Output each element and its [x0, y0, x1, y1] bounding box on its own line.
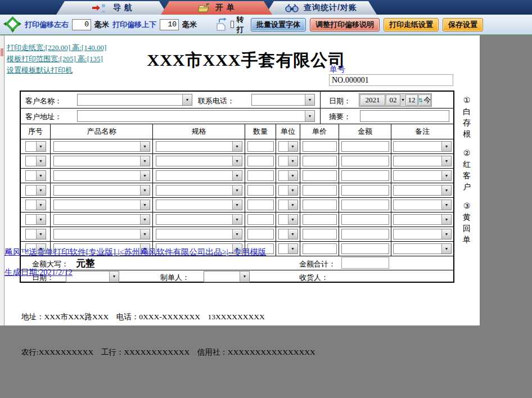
spec-combobox[interactable]	[156, 185, 242, 196]
tab-navigation[interactable]: 导 航	[56, 1, 168, 15]
offset-ud-input[interactable]	[160, 19, 179, 30]
amount-total-input[interactable]	[341, 257, 389, 269]
vendor-banner-link[interactable]: 飚风™送货单打印软件[专业版] |<苏州飚风软件有限公司出品>|--专用模版	[4, 247, 266, 257]
product-combobox[interactable]	[53, 156, 150, 166]
seq-combobox[interactable]	[25, 170, 46, 181]
spec-combobox[interactable]	[156, 200, 242, 210]
template-range-link[interactable]: 模板打印范围宽:[205] 高:[135]	[7, 53, 106, 65]
amount-input[interactable]	[341, 141, 389, 152]
delivery-note-page: 打印走纸宽:[220.00] 高:[140.00] 模板打印范围宽:[205] …	[4, 35, 480, 325]
spec-combobox[interactable]	[156, 170, 242, 181]
spec-combobox[interactable]	[156, 141, 242, 152]
unit-combobox[interactable]	[278, 141, 298, 152]
amount-input[interactable]	[341, 200, 389, 210]
seq-combobox[interactable]	[25, 214, 46, 225]
seq-cell	[21, 227, 51, 241]
generated-date-link[interactable]: 生成日期:2021/2/12	[4, 267, 73, 278]
phone-combobox[interactable]	[251, 94, 315, 106]
remark-combobox[interactable]	[393, 170, 452, 181]
remark-combobox[interactable]	[393, 229, 452, 239]
price-input[interactable]	[303, 185, 337, 196]
date-month-button[interactable]: 02	[386, 94, 400, 106]
date-day-button[interactable]: 12	[405, 94, 418, 106]
tab-create-order[interactable]: 开 单	[161, 1, 272, 15]
unit-combobox[interactable]	[278, 214, 298, 225]
save-settings-button[interactable]: 保存设置	[443, 18, 483, 31]
remark-combobox[interactable]	[393, 214, 452, 225]
spec-combobox[interactable]	[156, 214, 242, 225]
price-input[interactable]	[303, 141, 337, 152]
paper-feed-settings-button[interactable]: 打印走纸设置	[384, 18, 439, 31]
col-header-remark: 备注	[391, 124, 453, 139]
amount-input[interactable]	[341, 229, 389, 239]
price-input[interactable]	[303, 156, 337, 166]
company-title: XXX市XXX手套有限公司	[139, 49, 353, 72]
batch-font-button[interactable]: 批量设置字体	[251, 18, 306, 31]
date-today-button[interactable]: ⇅今	[418, 94, 431, 106]
seq-combobox[interactable]	[25, 156, 46, 166]
price-input[interactable]	[303, 170, 337, 181]
price-input[interactable]	[303, 229, 337, 239]
amount-input[interactable]	[341, 214, 389, 225]
unit-combobox[interactable]	[278, 156, 298, 166]
amount-input[interactable]	[341, 170, 389, 181]
remark-combobox[interactable]	[393, 185, 452, 196]
product-combobox[interactable]	[53, 141, 150, 152]
qty-input[interactable]	[247, 141, 274, 152]
qty-input[interactable]	[247, 170, 274, 181]
product-combobox[interactable]	[53, 214, 150, 225]
qty-input[interactable]	[247, 156, 274, 166]
tab-query-stats[interactable]: 查询统计/对账	[265, 1, 377, 15]
remark-combobox[interactable]	[393, 156, 452, 166]
amount-cell	[339, 198, 391, 212]
order-no-input[interactable]: NO.000001	[329, 74, 453, 86]
green-diamond-icon	[3, 16, 21, 33]
remark-combobox[interactable]	[393, 243, 452, 254]
product-combobox[interactable]	[53, 229, 150, 239]
seq-combobox[interactable]	[25, 200, 46, 210]
product-combobox[interactable]	[53, 170, 150, 181]
seq-cell	[21, 169, 51, 183]
unit-combobox[interactable]	[278, 170, 298, 181]
summary-input[interactable]	[360, 110, 449, 122]
price-input[interactable]	[303, 200, 337, 210]
unit-combobox[interactable]	[278, 243, 298, 254]
paper-size-link[interactable]: 打印走纸宽:[220.00] 高:[140.00]	[7, 42, 106, 53]
left-splitter-strip[interactable]	[0, 35, 4, 325]
unit-combobox[interactable]	[278, 200, 298, 210]
maker-combobox[interactable]	[204, 271, 250, 282]
order-no-label: 单号	[330, 65, 345, 75]
rotate-print-checkbox[interactable]	[231, 21, 234, 28]
product-combobox[interactable]	[53, 200, 150, 210]
qty-input[interactable]	[247, 200, 274, 210]
default-printer-link[interactable]: 设置模板默认打印机	[7, 65, 106, 76]
adjust-offset-help-button[interactable]: 调整打印偏移说明	[310, 18, 380, 31]
spec-combobox[interactable]	[156, 229, 242, 239]
unit-combobox[interactable]	[278, 185, 298, 196]
copy-char: 红	[460, 159, 474, 170]
amount-input[interactable]	[341, 185, 389, 196]
seq-combobox[interactable]	[25, 229, 46, 239]
qty-input[interactable]	[247, 214, 274, 225]
qty-input[interactable]	[247, 185, 274, 196]
price-input[interactable]	[303, 214, 337, 225]
date-year-button[interactable]: 2021	[360, 94, 385, 106]
qty-input[interactable]	[247, 229, 274, 239]
remark-combobox[interactable]	[393, 200, 452, 210]
customer-name-combobox[interactable]	[77, 94, 192, 106]
seq-combobox[interactable]	[25, 185, 46, 196]
date-dropdown-caret-icon[interactable]: ▼	[401, 98, 405, 102]
divider	[320, 108, 321, 124]
amount-input[interactable]	[341, 156, 389, 166]
footer-date-combobox[interactable]	[66, 271, 119, 282]
product-combobox[interactable]	[53, 185, 150, 196]
price-cell	[300, 198, 339, 212]
seq-combobox[interactable]	[25, 141, 46, 152]
spec-combobox[interactable]	[156, 156, 242, 166]
unit-combobox[interactable]	[278, 229, 298, 239]
offset-lr-input[interactable]	[72, 19, 91, 30]
customer-addr-combobox[interactable]	[77, 110, 315, 122]
amount-input[interactable]	[341, 243, 389, 254]
price-input[interactable]	[303, 243, 337, 254]
remark-combobox[interactable]	[393, 141, 452, 152]
